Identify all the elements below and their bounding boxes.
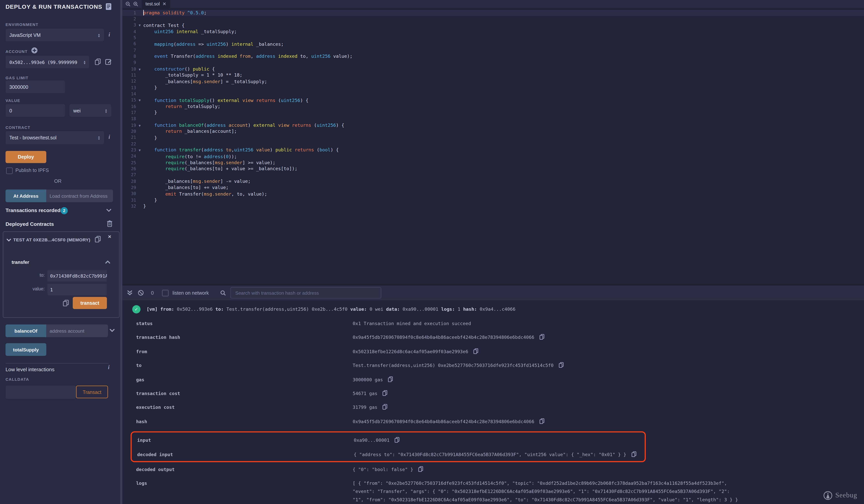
code-line-20[interactable]: 20 return _balances[account]; xyxy=(122,128,864,134)
copy-icon[interactable] xyxy=(382,390,387,396)
code-line-26[interactable]: 26 require(_balances[to] + value >= _bal… xyxy=(122,166,864,172)
copy-account-icon[interactable] xyxy=(95,58,101,65)
code-line-6[interactable]: 6 mapping(address => uint256) internal _… xyxy=(122,41,864,47)
terminal-row-execution-cost: execution cost31799 gas xyxy=(136,404,742,412)
balanceof-chevron-down-icon[interactable] xyxy=(110,329,115,332)
edit-account-icon[interactable] xyxy=(105,58,112,65)
code-line-15[interactable]: 15▼ function totalSupply() external view… xyxy=(122,97,864,103)
tab-test-sol[interactable]: test.sol ✕ xyxy=(142,0,170,8)
card-chevron-down-icon[interactable] xyxy=(7,238,11,242)
calldata-input[interactable] xyxy=(5,386,76,399)
code-line-14[interactable]: 14 xyxy=(122,91,864,97)
line-number: 15 xyxy=(122,98,136,103)
code-line-13[interactable]: 13 } xyxy=(122,85,864,91)
value-unit-select[interactable]: wei ▲▼ xyxy=(69,104,111,117)
contract-select[interactable]: Test - browser/test.sol ▲▼ xyxy=(5,131,104,144)
fold-icon[interactable]: ▼ xyxy=(136,123,143,127)
code-line-31[interactable]: 31 } xyxy=(122,197,864,203)
trash-icon[interactable] xyxy=(107,220,112,227)
terminal-search-input[interactable]: Search with transaction hash or address xyxy=(230,287,381,299)
value-input[interactable]: 0 xyxy=(5,104,65,117)
copy-icon[interactable] xyxy=(631,451,636,457)
copy-icon[interactable] xyxy=(418,466,423,472)
code-line-5[interactable]: 5 xyxy=(122,35,864,41)
balanceof-arg-input[interactable]: address account xyxy=(46,324,108,337)
close-icon[interactable]: × xyxy=(108,233,111,240)
environment-info-icon[interactable]: i xyxy=(109,32,110,37)
transactions-chevron-down-icon[interactable] xyxy=(106,209,111,212)
code-line-24[interactable]: 24 require(to != address(0)); xyxy=(122,153,864,159)
code-line-16[interactable]: 16 return _totalSupply; xyxy=(122,103,864,109)
code-area[interactable]: 1pragma solidity ^0.5.0;23▼contract Test… xyxy=(122,8,864,285)
publish-ipfs-checkbox[interactable] xyxy=(6,167,13,174)
copy-icon[interactable] xyxy=(388,376,393,382)
totalsupply-button[interactable]: totalSupply xyxy=(5,343,46,356)
code-line-2[interactable]: 2 xyxy=(122,16,864,22)
line-number: 8 xyxy=(122,54,136,59)
gas-limit-input[interactable]: 3000000 xyxy=(5,81,65,93)
code-line-32[interactable]: 32} xyxy=(122,203,864,209)
code-text: require(to != address(0)); xyxy=(143,154,237,159)
at-address-input[interactable]: Load contract from Address xyxy=(46,190,113,202)
tab-close-icon[interactable]: ✕ xyxy=(163,2,166,7)
zoom-in-icon[interactable] xyxy=(133,2,139,7)
line-number: 6 xyxy=(122,41,136,47)
contract-info-icon[interactable]: i xyxy=(109,134,110,140)
copy-icon[interactable] xyxy=(395,437,400,443)
fn-chevron-up-icon[interactable] xyxy=(105,261,110,264)
environment-select[interactable]: JavaScript VM ▲▼ xyxy=(5,29,104,41)
account-select[interactable]: 0x502...993e6 (99.9999999 ▲▼ xyxy=(5,56,89,68)
at-address-button[interactable]: At Address xyxy=(5,190,46,202)
tx-summary-row[interactable]: ✓ [vm] from: 0x502...993e6 to: Test.tran… xyxy=(122,300,864,315)
code-line-4[interactable]: 4 uint256 internal _totalSupply; xyxy=(122,28,864,35)
add-account-icon[interactable] xyxy=(32,47,37,53)
copy-contract-icon[interactable] xyxy=(95,236,101,242)
code-line-28[interactable]: 28 _balances[msg.sender] -= value; xyxy=(122,178,864,184)
panel-scrollbar[interactable] xyxy=(120,0,122,504)
low-level-info-icon[interactable]: i xyxy=(108,364,110,370)
code-line-11[interactable]: 11 _totalSupply = 1 * 10 ** 18; xyxy=(122,72,864,78)
fold-icon[interactable]: ▼ xyxy=(136,98,143,102)
fold-icon[interactable]: ▼ xyxy=(136,148,143,152)
code-line-10[interactable]: 10▼ constructor() public { xyxy=(122,66,864,72)
code-line-23[interactable]: 23▼ function transfer(address to,uint256… xyxy=(122,147,864,153)
code-line-30[interactable]: 30 emit Transfer(msg.sender, to, value); xyxy=(122,191,864,197)
code-line-25[interactable]: 25 require(_balances[msg.sender] >= valu… xyxy=(122,159,864,166)
balanceof-button[interactable]: balanceOf xyxy=(5,324,46,337)
fold-icon[interactable]: ▼ xyxy=(136,23,143,27)
code-line-27[interactable]: 27 xyxy=(122,172,864,178)
transact-button[interactable]: transact xyxy=(73,297,107,309)
line-number: 2 xyxy=(122,16,136,22)
clear-console-icon[interactable] xyxy=(138,290,144,296)
code-line-9[interactable]: 9 xyxy=(122,60,864,66)
code-line-17[interactable]: 17 } xyxy=(122,109,864,116)
copy-icon[interactable] xyxy=(559,362,564,368)
copy-icon[interactable] xyxy=(539,334,544,340)
code-text: function transfer(address to,uint256 val… xyxy=(143,147,339,153)
line-number: 27 xyxy=(122,172,136,178)
code-line-19[interactable]: 19▼ function balanceOf(address account) … xyxy=(122,122,864,128)
code-line-8[interactable]: 8 event Transfer(address indexed from, a… xyxy=(122,53,864,60)
copy-icon[interactable] xyxy=(382,404,387,410)
line-number: 1 xyxy=(122,10,136,15)
value-arg-input[interactable]: 1 xyxy=(47,284,107,296)
to-arg-input[interactable]: 0x71430Fd8c82cC7b991A8455FC6ea5B37A06d39… xyxy=(47,270,107,281)
code-line-7[interactable]: 7 xyxy=(122,47,864,53)
code-line-12[interactable]: 12 _balances[msg.sender] = _totalSupply; xyxy=(122,78,864,85)
code-line-21[interactable]: 21 } xyxy=(122,134,864,141)
code-line-18[interactable]: 18 xyxy=(122,116,864,122)
deploy-button[interactable]: Deploy xyxy=(5,151,46,163)
low-level-transact-button[interactable]: Transact xyxy=(76,386,108,398)
expand-terminal-icon[interactable] xyxy=(127,290,132,296)
listen-network-checkbox[interactable] xyxy=(162,289,169,296)
copy-args-icon[interactable] xyxy=(63,300,69,306)
code-line-3[interactable]: 3▼contract Test { xyxy=(122,22,864,28)
plugin-doc-icon[interactable] xyxy=(106,3,111,10)
fold-icon[interactable]: ▼ xyxy=(136,67,143,71)
copy-icon[interactable] xyxy=(539,418,544,424)
code-line-1[interactable]: 1pragma solidity ^0.5.0; xyxy=(122,10,864,16)
zoom-out-icon[interactable] xyxy=(125,2,131,7)
copy-icon[interactable] xyxy=(473,348,478,354)
code-line-22[interactable]: 22 xyxy=(122,141,864,147)
code-line-29[interactable]: 29 _balances[to] += value; xyxy=(122,184,864,191)
